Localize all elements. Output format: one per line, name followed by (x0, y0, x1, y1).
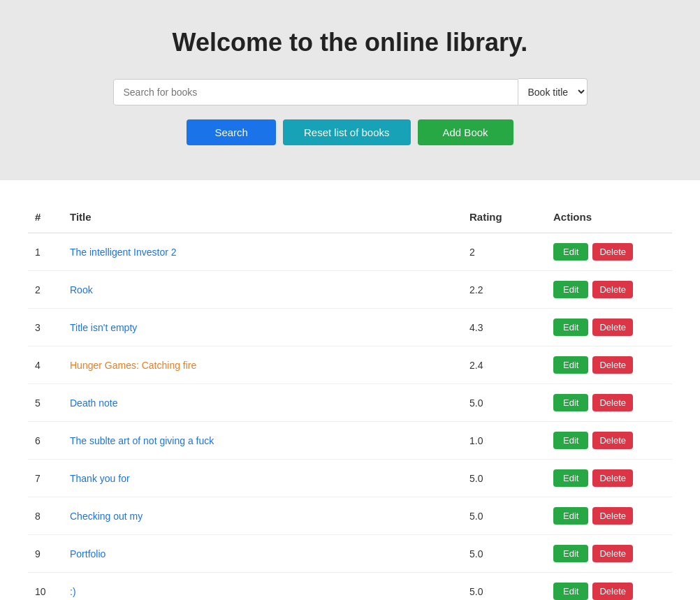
table-row: 4Hunger Games: Catching fire2.4EditDelet… (28, 346, 672, 384)
action-buttons: EditDelete (553, 356, 665, 374)
table-row: 2Rook2.2EditDelete (28, 271, 672, 309)
main-content: # Title Rating Actions 1The intelligent … (0, 180, 700, 600)
book-rating: 5.0 (462, 384, 546, 422)
book-actions: EditDelete (546, 535, 672, 573)
book-num: 10 (28, 573, 63, 601)
book-title: Checking out my (63, 497, 462, 535)
books-table: # Title Rating Actions 1The intelligent … (28, 201, 672, 600)
search-input[interactable] (113, 79, 518, 105)
table-row: 10:)5.0EditDelete (28, 573, 672, 601)
col-header-num: # (28, 201, 63, 233)
book-num: 1 (28, 233, 63, 271)
table-row: 6The sublte art of not giving a fuck1.0E… (28, 422, 672, 460)
book-title: Hunger Games: Catching fire (63, 346, 462, 384)
delete-button[interactable]: Delete (592, 243, 633, 261)
book-actions: EditDelete (546, 460, 672, 497)
book-title: Death note (63, 384, 462, 422)
book-title: Rook (63, 271, 462, 309)
book-rating: 2 (462, 233, 546, 271)
delete-button[interactable]: Delete (592, 507, 633, 525)
delete-button[interactable]: Delete (592, 432, 633, 449)
book-rating: 1.0 (462, 422, 546, 460)
table-row: 3Title isn't empty4.3EditDelete (28, 309, 672, 346)
book-rating: 5.0 (462, 460, 546, 497)
book-num: 9 (28, 535, 63, 573)
edit-button[interactable]: Edit (553, 319, 588, 336)
book-rating: 2.4 (462, 346, 546, 384)
col-header-title: Title (63, 201, 462, 233)
book-rating: 5.0 (462, 497, 546, 535)
table-row: 9Portfolio5.0EditDelete (28, 535, 672, 573)
book-actions: EditDelete (546, 573, 672, 601)
book-title: The sublte art of not giving a fuck (63, 422, 462, 460)
page-title: Welcome to the online library. (14, 28, 686, 57)
book-title: Portfolio (63, 535, 462, 573)
book-num: 8 (28, 497, 63, 535)
search-button[interactable]: Search (187, 119, 276, 145)
delete-button[interactable]: Delete (592, 583, 633, 600)
book-actions: EditDelete (546, 384, 672, 422)
delete-button[interactable]: Delete (592, 469, 633, 487)
action-buttons: EditDelete (553, 583, 665, 600)
table-row: 8Checking out my5.0EditDelete (28, 497, 672, 535)
table-row: 1The intelligent Investor 22EditDelete (28, 233, 672, 271)
edit-button[interactable]: Edit (553, 281, 588, 298)
book-num: 7 (28, 460, 63, 497)
action-buttons: EditDelete (553, 243, 665, 261)
book-title: :) (63, 573, 462, 601)
add-book-button[interactable]: Add Book (418, 119, 513, 145)
book-actions: EditDelete (546, 497, 672, 535)
delete-button[interactable]: Delete (592, 319, 633, 336)
book-title: Title isn't empty (63, 309, 462, 346)
edit-button[interactable]: Edit (553, 545, 588, 562)
book-title: The intelligent Investor 2 (63, 233, 462, 271)
action-buttons: EditDelete (553, 469, 665, 487)
table-header: # Title Rating Actions (28, 201, 672, 233)
action-buttons: EditDelete (553, 281, 665, 298)
edit-button[interactable]: Edit (553, 394, 588, 411)
action-buttons: EditDelete (553, 507, 665, 525)
book-title: Thank you for (63, 460, 462, 497)
col-header-actions: Actions (546, 201, 672, 233)
reset-button[interactable]: Reset list of books (283, 119, 411, 145)
delete-button[interactable]: Delete (592, 545, 633, 562)
edit-button[interactable]: Edit (553, 583, 588, 600)
book-actions: EditDelete (546, 271, 672, 309)
delete-button[interactable]: Delete (592, 356, 633, 374)
book-num: 2 (28, 271, 63, 309)
search-row: Book title Author Genre (14, 78, 686, 105)
book-num: 3 (28, 309, 63, 346)
book-num: 5 (28, 384, 63, 422)
table-row: 7Thank you for5.0EditDelete (28, 460, 672, 497)
col-header-rating: Rating (462, 201, 546, 233)
book-rating: 5.0 (462, 573, 546, 601)
book-actions: EditDelete (546, 346, 672, 384)
book-actions: EditDelete (546, 233, 672, 271)
action-buttons: EditDelete (553, 545, 665, 562)
action-buttons: EditDelete (553, 432, 665, 449)
buttons-row: Search Reset list of books Add Book (14, 119, 686, 145)
header-section: Welcome to the online library. Book titl… (0, 0, 700, 180)
edit-button[interactable]: Edit (553, 432, 588, 449)
book-rating: 5.0 (462, 535, 546, 573)
edit-button[interactable]: Edit (553, 356, 588, 374)
table-row: 5Death note5.0EditDelete (28, 384, 672, 422)
book-rating: 4.3 (462, 309, 546, 346)
book-num: 4 (28, 346, 63, 384)
action-buttons: EditDelete (553, 319, 665, 336)
search-select[interactable]: Book title Author Genre (518, 78, 588, 105)
edit-button[interactable]: Edit (553, 243, 588, 261)
edit-button[interactable]: Edit (553, 507, 588, 525)
book-rating: 2.2 (462, 271, 546, 309)
delete-button[interactable]: Delete (592, 394, 633, 411)
action-buttons: EditDelete (553, 394, 665, 411)
book-actions: EditDelete (546, 422, 672, 460)
book-actions: EditDelete (546, 309, 672, 346)
edit-button[interactable]: Edit (553, 469, 588, 487)
delete-button[interactable]: Delete (592, 281, 633, 298)
book-num: 6 (28, 422, 63, 460)
table-body: 1The intelligent Investor 22EditDelete2R… (28, 233, 672, 601)
